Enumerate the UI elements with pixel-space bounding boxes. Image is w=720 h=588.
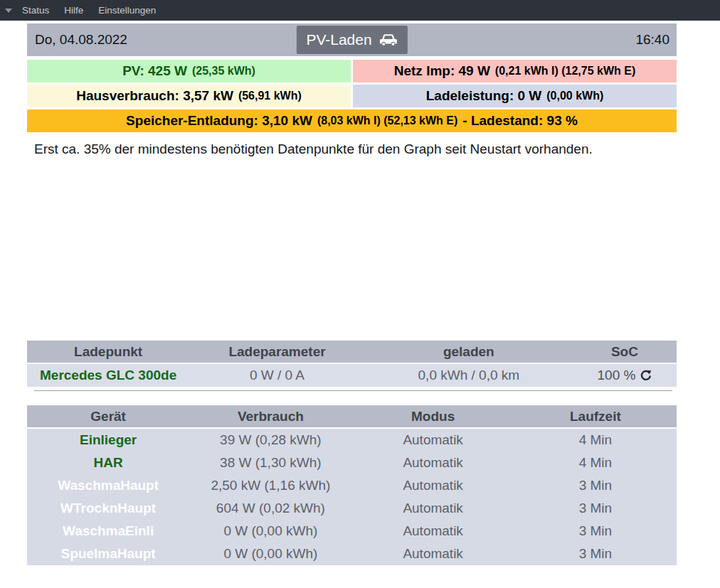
ladeleistung-stat: Ladeleistung: 0 W (0,00 kWh) bbox=[353, 85, 677, 107]
pv-stat-main: PV: 425 W bbox=[122, 63, 187, 79]
pv-stat-sub: (25,35 kWh) bbox=[192, 65, 255, 77]
netz-stat-sub: (0,21 kWh I) (12,75 kWh E) bbox=[495, 65, 635, 77]
device-name[interactable]: WTrocknHaupt bbox=[27, 501, 189, 516]
device-consumption: 38 W (1,30 kWh) bbox=[189, 455, 351, 471]
vehicle-soc: 100 % bbox=[598, 368, 636, 383]
device-consumption: 39 W (0,28 kWh) bbox=[189, 432, 351, 448]
device-mode: Automatik bbox=[352, 501, 514, 516]
time-label: 16:40 bbox=[635, 32, 677, 48]
device-name[interactable]: WaschmaEinli bbox=[27, 523, 189, 539]
charging-table-header: Ladepunkt Ladeparameter geladen SoC bbox=[27, 341, 677, 363]
dropdown-arrow-icon[interactable] bbox=[5, 9, 12, 13]
speicher-stat: Speicher-Entladung: 3,10 kW (8,03 kWh I)… bbox=[27, 109, 677, 132]
charging-table-row: Mercedes GLC 300de 0 W / 0 A 0,0 kWh / 0… bbox=[27, 364, 677, 387]
pv-laden-button[interactable]: PV-Laden bbox=[296, 26, 407, 54]
device-runtime: 4 Min bbox=[514, 455, 677, 471]
menu-item-einstellungen[interactable]: Einstellungen bbox=[96, 4, 158, 17]
col-geraet: Gerät bbox=[27, 409, 189, 424]
device-name[interactable]: HAR bbox=[27, 455, 189, 471]
device-mode: Automatik bbox=[352, 455, 514, 471]
header-bar: Do, 04.08.2022 PV-Laden 16:40 bbox=[27, 23, 677, 56]
hausverbrauch-stat-main: Hausverbrauch: 3,57 kW bbox=[76, 88, 233, 104]
table-row: WaschmaEinli 0 W (0,00 kWh) Automatik 3 … bbox=[27, 520, 677, 542]
hausverbrauch-stat-sub: (56,91 kWh) bbox=[238, 90, 302, 102]
device-runtime: 3 Min bbox=[514, 546, 677, 562]
device-name[interactable]: WaschmaHaupt bbox=[27, 478, 189, 493]
hausverbrauch-stat: Hausverbrauch: 3,57 kW (56,91 kWh) bbox=[27, 85, 351, 107]
col-ladeparameter: Ladeparameter bbox=[189, 344, 365, 360]
app-window: Status Hilfe Einstellungen Do, 04.08.202… bbox=[0, 0, 720, 565]
device-mode: Automatik bbox=[352, 523, 514, 539]
col-modus: Modus bbox=[352, 409, 514, 424]
table-row: WTrocknHaupt 604 W (0,02 kWh) Automatik … bbox=[27, 497, 677, 520]
col-soc: SoC bbox=[573, 344, 677, 360]
ladeleistung-stat-main: Ladeleistung: 0 W bbox=[426, 88, 542, 104]
pv-stat: PV: 425 W (25,35 kWh) bbox=[27, 60, 351, 82]
col-verbrauch: Verbrauch bbox=[189, 409, 351, 424]
table-row: WaschmaHaupt 2,50 kW (1,16 kWh) Automati… bbox=[27, 474, 677, 497]
table-row: Einlieger 39 W (0,28 kWh) Automatik 4 Mi… bbox=[27, 429, 677, 451]
menu-item-hilfe[interactable]: Hilfe bbox=[62, 4, 85, 17]
devices-table-header: Gerät Verbrauch Modus Laufzeit bbox=[27, 405, 677, 427]
device-name[interactable]: Einlieger bbox=[27, 432, 189, 448]
table-row: HAR 38 W (1,30 kWh) Automatik 4 Min bbox=[27, 451, 677, 474]
speicher-stat-main: Speicher-Entladung: 3,10 kW bbox=[126, 113, 312, 129]
device-consumption: 604 W (0,02 kWh) bbox=[189, 501, 351, 516]
device-mode: Automatik bbox=[352, 478, 514, 493]
vehicle-charged: 0,0 kWh / 0,0 km bbox=[365, 368, 573, 383]
table-row: SpuelmaHaupt 0 W (0,00 kWh) Automatik 3 … bbox=[27, 542, 677, 565]
table-separator bbox=[34, 390, 672, 391]
date-label: Do, 04.08.2022 bbox=[27, 32, 127, 48]
vehicle-name: Mercedes GLC 300de bbox=[27, 368, 189, 383]
mode-button-label: PV-Laden bbox=[306, 31, 371, 48]
device-consumption: 2,50 kW (1,16 kWh) bbox=[189, 478, 351, 493]
netz-stat-main: Netz Imp: 49 W bbox=[394, 63, 490, 79]
menu-item-status[interactable]: Status bbox=[20, 4, 51, 17]
graph-notice-text: Erst ca. 35% der mindestens benötigten D… bbox=[27, 141, 677, 157]
ladestand-label: - Ladestand: 93 % bbox=[462, 113, 578, 129]
speicher-stat-sub: (8,03 kWh I) (52,13 kWh E) bbox=[317, 114, 457, 127]
graph-area bbox=[27, 157, 677, 341]
netz-stat: Netz Imp: 49 W (0,21 kWh I) (12,75 kWh E… bbox=[353, 60, 677, 82]
device-consumption: 0 W (0,00 kWh) bbox=[189, 523, 351, 539]
device-runtime: 3 Min bbox=[514, 523, 677, 539]
device-name[interactable]: SpuelmaHaupt bbox=[27, 546, 189, 562]
col-geladen: geladen bbox=[365, 344, 573, 360]
device-mode: Automatik bbox=[352, 546, 514, 562]
ladeleistung-stat-sub: (0,00 kWh) bbox=[546, 90, 603, 102]
device-mode: Automatik bbox=[352, 432, 514, 448]
menu-bar: Status Hilfe Einstellungen bbox=[0, 0, 720, 21]
refresh-icon[interactable] bbox=[640, 370, 652, 382]
col-ladepunkt: Ladepunkt bbox=[27, 344, 189, 360]
vehicle-params: 0 W / 0 A bbox=[189, 368, 365, 383]
device-consumption: 0 W (0,00 kWh) bbox=[189, 546, 351, 562]
car-icon bbox=[379, 33, 398, 47]
device-runtime: 4 Min bbox=[514, 432, 677, 448]
device-runtime: 3 Min bbox=[514, 478, 677, 493]
devices-table: Gerät Verbrauch Modus Laufzeit Einlieger… bbox=[27, 405, 677, 565]
col-laufzeit: Laufzeit bbox=[514, 409, 677, 424]
device-runtime: 3 Min bbox=[514, 501, 677, 516]
energy-stats: PV: 425 W (25,35 kWh) Netz Imp: 49 W (0,… bbox=[27, 60, 677, 132]
charging-table: Ladepunkt Ladeparameter geladen SoC Merc… bbox=[27, 341, 677, 387]
main-content: Do, 04.08.2022 PV-Laden 16:40 PV: 425 W … bbox=[27, 23, 677, 565]
